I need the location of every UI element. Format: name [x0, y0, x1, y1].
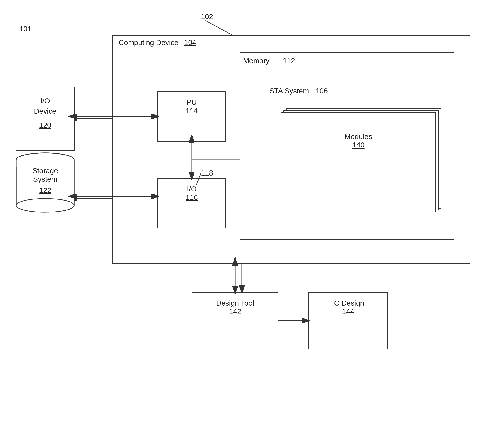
svg-rect-14 — [16, 160, 74, 166]
io116-label: I/O 116 — [157, 185, 226, 202]
sta-system-label: STA System 106 — [269, 87, 328, 95]
pu-label: PU 114 — [157, 98, 226, 115]
computing-device-label: Computing Device 104 — [119, 38, 196, 47]
storage-system-label: Storage System 122 — [16, 166, 75, 195]
modules-label: Modules 140 — [281, 132, 436, 149]
design-tool-label: Design Tool 142 — [192, 299, 278, 316]
ic-design-label: IC Design 144 — [308, 299, 388, 316]
modules-box-front — [281, 112, 436, 212]
svg-point-13 — [16, 199, 74, 212]
label-118: 118 — [201, 169, 213, 177]
memory-label: Memory 112 — [243, 57, 334, 65]
diagram: 101 102 Computing Device 104 I/O Device … — [0, 0, 504, 422]
label-102: 102 — [201, 12, 213, 21]
svg-point-12 — [16, 153, 74, 166]
io-device-label: I/O Device 120 — [16, 87, 75, 130]
label-101: 101 — [19, 25, 31, 33]
svg-line-10 — [205, 21, 233, 35]
